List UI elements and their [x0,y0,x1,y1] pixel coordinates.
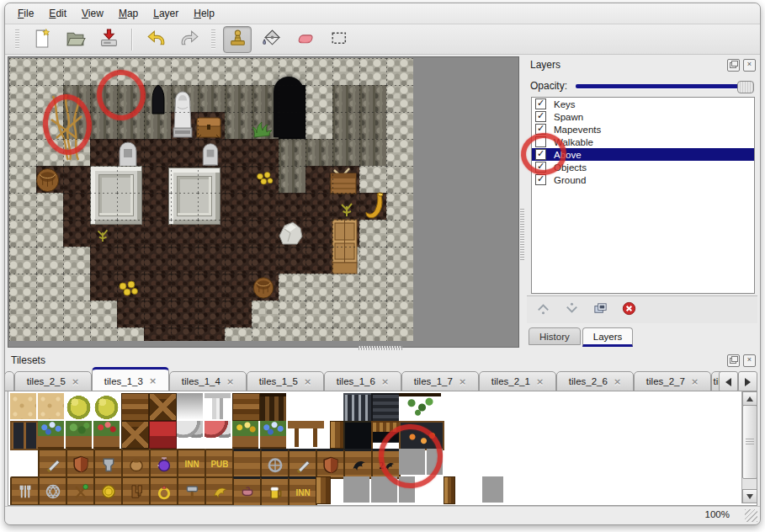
tile-sign-dragon[interactable] [205,476,234,506]
map-view[interactable] [8,56,519,348]
tab-history[interactable]: History [529,327,581,345]
tile-bush[interactable] [93,393,120,419]
tile-gray[interactable] [482,476,503,503]
opacity-slider-handle[interactable] [737,81,754,93]
layer-row-ground[interactable]: ✓Ground [532,173,754,186]
tile-hang-pot[interactable] [232,476,262,506]
close-panel-icon[interactable]: × [743,59,756,72]
tile-gray[interactable] [343,476,369,503]
tileset-tab-tiles_2_6[interactable]: tiles_2_6× [556,371,634,391]
float-panel-icon[interactable] [727,354,740,367]
tile-sign-shield[interactable] [66,449,95,478]
tile-winawn[interactable] [371,421,401,450]
tile-sign-sword[interactable] [38,449,67,478]
layer-checkbox[interactable]: ✓ [535,162,546,173]
delete-layer-button[interactable] [618,300,640,320]
tileset-palette[interactable]: INNPUB2INN [8,391,757,506]
tile-sign-potion[interactable] [149,449,178,478]
tile-shade[interactable] [177,393,203,419]
resize-grip[interactable] [745,509,757,522]
layer-checkbox[interactable]: ✓ [535,124,546,135]
menu-file[interactable]: File [10,5,41,22]
tile-tablelegs[interactable] [288,421,324,447]
layer-checkbox[interactable]: ✓ [535,98,546,109]
tileset-scrollbar[interactable] [741,391,757,503]
tile-window[interactable] [10,421,40,450]
tile-gray[interactable] [399,449,425,475]
close-tab-icon[interactable]: × [72,377,79,386]
close-panel-icon[interactable]: × [743,354,756,367]
layer-row-above[interactable]: ✓Above [532,148,754,161]
tile-planthang[interactable] [399,393,441,423]
redo-button[interactable] [175,26,204,53]
tile-sign-ring[interactable] [149,476,178,506]
toolbar-grip[interactable] [15,29,19,50]
menu-edit[interactable]: Edit [41,5,74,22]
tile-fboxyellow[interactable] [232,421,258,449]
tileset-tab-tiles_2_5[interactable]: tiles_2_5× [14,371,92,391]
tile-fencex[interactable] [121,421,149,449]
tile-pillar[interactable] [330,421,345,449]
tile-hang-shield[interactable] [316,449,345,479]
tile-sign-magic[interactable] [38,476,67,506]
open-file-button[interactable] [61,26,89,53]
duplicate-layer-button[interactable] [589,300,611,320]
opacity-slider-track[interactable] [576,84,752,88]
tileset-tab-tiles_2_7[interactable]: tiles_2_7× [634,371,711,391]
close-tab-icon[interactable]: × [536,377,544,386]
tab-layers[interactable]: Layers [582,327,634,347]
close-tab-icon[interactable]: × [226,377,234,386]
layer-checkbox[interactable] [535,136,546,147]
raise-layer-button[interactable] [532,300,554,320]
layer-row-mapevents[interactable]: ✓Mapevents [532,123,754,136]
tile-hang-dragon[interactable] [343,449,373,479]
tile-hang-wheel[interactable] [260,449,290,479]
new-file-button[interactable] [27,26,56,53]
tile-awnred[interactable] [205,421,231,447]
tile-sign-pub[interactable]: PUB [205,449,234,478]
tile-fencex[interactable] [149,393,177,421]
tile-hang-dragon2[interactable]: 2 [371,449,401,479]
menu-view[interactable]: View [74,5,111,22]
tile-sand[interactable] [10,393,36,419]
tile-gray[interactable] [427,449,443,475]
scroll-up-icon[interactable] [742,391,757,406]
tile-fboxred[interactable] [93,421,120,449]
tile-beams[interactable] [121,393,149,421]
tile-sign-armor[interactable] [93,449,123,478]
tile-awngray[interactable] [177,421,203,447]
close-tab-icon[interactable]: × [381,377,389,386]
horizontal-splitter-grip[interactable] [359,346,402,350]
scrollbar-thumb[interactable] [742,405,757,479]
tile-bush[interactable] [66,393,92,419]
tile-fboxblue[interactable] [260,421,286,449]
tile-hang-beer[interactable] [260,476,290,506]
tile-winbars[interactable] [343,393,373,423]
tileset-tab-tiles_1_3[interactable]: tiles_1_3× [92,367,169,393]
layer-checkbox[interactable]: ✓ [535,174,546,185]
tile-pillar[interactable] [316,476,331,504]
lower-layer-button[interactable] [560,300,582,320]
tile-sign-boots[interactable] [121,476,151,506]
tile-balcony[interactable] [260,393,286,423]
tile-sign-staffs[interactable] [66,476,95,506]
select-tool-button[interactable] [324,26,353,53]
stamp-tool-button[interactable] [223,26,252,53]
tile-column[interactable] [205,393,231,419]
tabs-scroll-left-button[interactable] [719,371,738,392]
tile-winorange[interactable] [399,421,444,450]
layer-list[interactable]: ✓Keys✓Spawn✓MapeventsWalkable✓Above✓Obje… [531,97,755,294]
tile-windark[interactable] [343,421,373,450]
close-tab-icon[interactable]: × [691,377,699,386]
tile-sign-pot[interactable] [121,449,151,478]
tileset-tab-tiles_2_1[interactable]: tiles_2_1× [479,371,556,391]
vertical-splitter-grip[interactable] [520,209,524,261]
tileset-tab-tiles_1_5[interactable]: tiles_1_5× [247,371,324,391]
layer-row-walkable[interactable]: Walkable [532,136,754,148]
tabs-scroll-right-button[interactable] [738,371,757,392]
tile-gray[interactable] [399,476,415,503]
tile-fboxblue[interactable] [38,421,64,449]
layer-row-objects[interactable]: ✓Objects [532,161,754,173]
save-file-button[interactable] [94,26,123,53]
tile-sign-inn[interactable]: INN [177,449,206,478]
